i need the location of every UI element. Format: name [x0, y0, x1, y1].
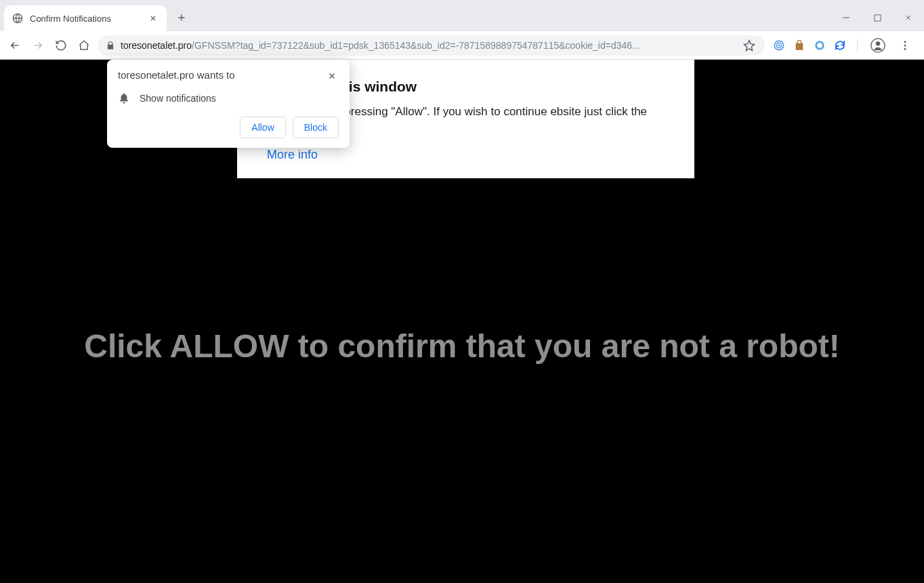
reload-button[interactable] — [51, 36, 70, 55]
new-tab-button[interactable] — [172, 8, 191, 27]
close-tab-icon[interactable] — [148, 13, 159, 24]
svg-point-11 — [904, 47, 906, 49]
bookmark-star-icon[interactable] — [742, 38, 757, 53]
close-window-button[interactable] — [893, 4, 924, 31]
chrome-menu-icon[interactable] — [896, 36, 915, 55]
separator — [857, 39, 858, 52]
extension-circle-icon[interactable] — [814, 39, 826, 52]
profile-avatar-icon[interactable] — [868, 36, 887, 55]
back-button[interactable] — [5, 36, 24, 55]
url-text: toresonetalet.pro/GFNSSM?tag_id=737122&s… — [121, 40, 736, 51]
svg-rect-1 — [874, 14, 880, 20]
address-bar[interactable]: toresonetalet.pro/GFNSSM?tag_id=737122&s… — [98, 35, 765, 56]
extension-refresh-icon[interactable] — [834, 39, 846, 52]
lock-icon[interactable] — [106, 41, 115, 50]
extensions-area — [769, 36, 919, 55]
permission-request-label: Show notifications — [140, 93, 216, 104]
svg-point-9 — [904, 41, 906, 43]
maximize-button[interactable] — [862, 4, 893, 31]
window-controls — [831, 4, 924, 31]
url-path: /GFNSSM?tag_id=737122&sub_id1=pdsk_13651… — [192, 40, 640, 51]
svg-point-8 — [876, 41, 880, 45]
browser-toolbar: toresonetalet.pro/GFNSSM?tag_id=737122&s… — [0, 31, 924, 60]
permission-origin-text: toresonetalet.pro wants to — [118, 69, 325, 81]
active-tab[interactable]: Confirm Notifications — [4, 5, 167, 31]
extension-spiral-icon[interactable] — [773, 39, 785, 52]
background-headline: Click ALLOW to confirm that you are not … — [0, 327, 924, 365]
page-viewport: " to close this window n be closed by pr… — [0, 60, 924, 583]
svg-point-10 — [904, 44, 906, 46]
allow-button[interactable]: Allow — [240, 117, 285, 138]
tab-strip: Confirm Notifications — [0, 5, 831, 31]
block-button[interactable]: Block — [293, 117, 339, 138]
globe-icon — [12, 13, 23, 24]
notification-permission-prompt: toresonetalet.pro wants to Show notifica… — [107, 60, 350, 148]
more-info-link[interactable]: More info — [267, 148, 318, 161]
svg-point-6 — [817, 43, 822, 48]
url-domain: toresonetalet.pro — [121, 40, 192, 51]
forward-button[interactable] — [28, 36, 47, 55]
close-icon[interactable] — [325, 69, 339, 83]
tab-title: Confirm Notifications — [30, 14, 141, 24]
home-button[interactable] — [75, 36, 93, 55]
minimize-button[interactable] — [831, 4, 862, 31]
browser-titlebar: Confirm Notifications — [0, 0, 924, 31]
bell-icon — [118, 92, 130, 104]
svg-point-4 — [778, 45, 780, 46]
extension-bag-icon[interactable] — [793, 39, 805, 52]
